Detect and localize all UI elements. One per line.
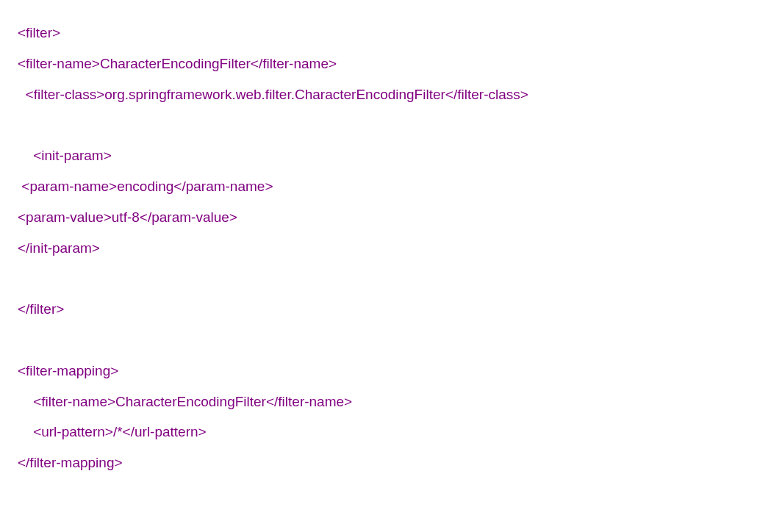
xml-text: CharacterEncodingFilter xyxy=(115,394,266,409)
xml-tag: </filter-name> xyxy=(266,394,352,409)
xml-tag: <param-name> xyxy=(21,179,117,194)
code-line xyxy=(18,263,753,294)
xml-tag: <init-param> xyxy=(33,148,112,163)
code-line: <param-name>encoding</param-name> xyxy=(18,171,753,202)
xml-text: encoding xyxy=(117,179,173,194)
xml-tag: <param-value> xyxy=(18,209,112,225)
xml-tag: </init-param> xyxy=(18,240,100,256)
xml-tag: <filter> xyxy=(18,25,60,40)
xml-tag: </filter-mapping> xyxy=(18,455,123,470)
xml-text: utf-8 xyxy=(112,209,140,225)
code-line: </init-param> xyxy=(18,233,753,264)
xml-tag: </filter-name> xyxy=(251,56,337,71)
code-line: <filter-mapping> xyxy=(18,356,753,387)
code-line xyxy=(18,109,753,140)
xml-text: /* xyxy=(113,424,123,439)
code-line: <init-param> xyxy=(18,140,753,171)
xml-text: CharacterEncodingFilter xyxy=(100,56,251,71)
code-line: <filter> xyxy=(18,18,753,48)
xml-text: org.springframework.web.filter.Character… xyxy=(104,87,445,102)
xml-tag: <filter-mapping> xyxy=(18,363,118,378)
code-line: <filter-name>CharacterEncodingFilter</fi… xyxy=(18,387,753,417)
xml-tag: </filter> xyxy=(18,301,64,317)
xml-tag: <filter-name> xyxy=(18,56,100,71)
code-block: <filter><filter-name>CharacterEncodingFi… xyxy=(18,18,753,478)
code-line: <filter-class>org.springframework.web.fi… xyxy=(18,79,753,110)
xml-tag: <url-pattern> xyxy=(33,424,113,439)
code-line: <url-pattern>/*</url-pattern> xyxy=(18,417,753,447)
code-line: <filter-name>CharacterEncodingFilter</fi… xyxy=(18,48,753,79)
xml-tag: </url-pattern> xyxy=(123,424,207,439)
xml-tag: </param-value> xyxy=(140,209,237,225)
xml-tag: </param-name> xyxy=(173,179,273,194)
code-line xyxy=(18,325,753,356)
code-line: <param-value>utf-8</param-value> xyxy=(18,202,753,233)
xml-tag: <filter-class> xyxy=(26,87,105,102)
xml-tag: <filter-name> xyxy=(33,394,115,409)
code-line: </filter-mapping> xyxy=(18,447,753,478)
xml-tag: </filter-class> xyxy=(445,87,528,102)
code-line: </filter> xyxy=(18,294,753,325)
